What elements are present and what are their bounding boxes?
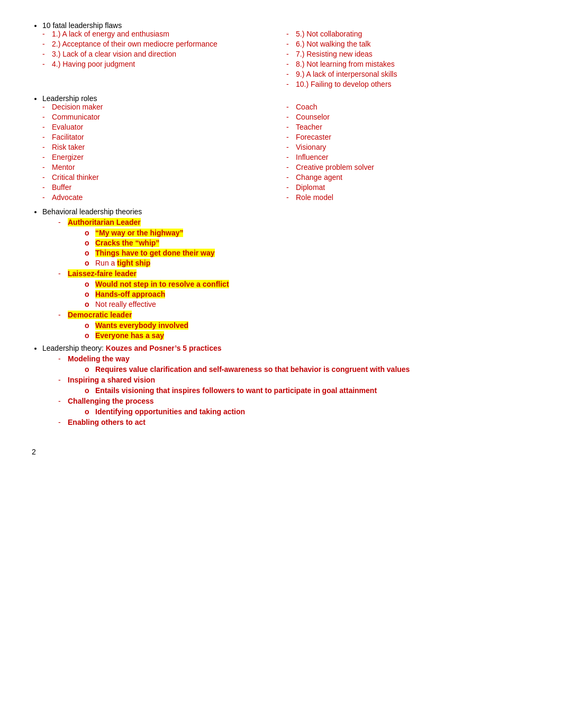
laissez-sub-list: o Would not step in to resolve a conflic… xyxy=(58,280,530,308)
list-item: - 2.) Acceptance of their own mediocre p… xyxy=(42,40,286,48)
item-text: Requires value clarification and self-aw… xyxy=(95,365,410,374)
item-text: Risk taker xyxy=(52,143,85,151)
item-text: Teacher xyxy=(296,123,322,131)
list-item: - Forecaster xyxy=(286,133,530,141)
list-item: - Communicator xyxy=(42,113,286,121)
practice-challenging-label: Challenging the process xyxy=(68,397,154,405)
fatal-flaws-section: 10 fatal leadership flaws - 1.) A lack o… xyxy=(42,21,530,90)
authoritarian-label: Authoritarian Leader xyxy=(68,218,141,226)
item-text: Energizer xyxy=(52,153,84,161)
dash-icon: - xyxy=(58,311,68,319)
dash-icon: - xyxy=(286,173,296,181)
list-item: - 9.) A lack of interpersonal skills xyxy=(286,70,530,78)
list-item: - Visionary xyxy=(286,143,530,151)
dash-icon: - xyxy=(286,123,296,131)
list-item: o Entails visioning that inspires follow… xyxy=(85,386,530,395)
main-list: 10 fatal leadership flaws - 1.) A lack o… xyxy=(32,21,530,426)
dash-icon: - xyxy=(286,163,296,171)
list-item: - 4.) Having poor judgment xyxy=(42,60,286,68)
list-item: - Coach xyxy=(286,103,530,111)
bullet-o-icon: o xyxy=(85,259,95,267)
list-item: o Would not step in to resolve a conflic… xyxy=(85,280,530,288)
dash-icon: - xyxy=(286,70,296,78)
list-item: - Decision maker xyxy=(42,103,286,111)
fatal-flaws-left-col: - 1.) A lack of energy and enthusiasm - … xyxy=(42,30,286,90)
item-text: 6.) Not walking the talk xyxy=(296,40,371,48)
leadership-roles-columns: - Decision maker - Communicator - Evalua… xyxy=(42,103,530,203)
challenging-sub-list: o Identifying opportunities and taking a… xyxy=(58,407,530,416)
list-item: o Everyone has a say xyxy=(85,331,530,340)
item-text: Buffer xyxy=(52,183,71,192)
practice-modeling-item: - Modeling the way xyxy=(58,354,530,363)
dash-icon: - xyxy=(42,123,52,131)
laissez-leader-item: - Laissez-faire leader xyxy=(58,269,530,278)
item-text: 1.) A lack of energy and enthusiasm xyxy=(52,30,169,38)
dash-icon: - xyxy=(286,143,296,151)
list-item: o Run a tight ship xyxy=(85,259,530,267)
item-text: 7.) Resisting new ideas xyxy=(296,50,373,58)
item-text: 5.) Not collaborating xyxy=(296,30,362,38)
dash-icon: - xyxy=(286,113,296,121)
dash-icon: - xyxy=(58,397,68,405)
behavioral-section: Behavioral leadership theories - Authori… xyxy=(42,207,530,340)
list-item: o Hands-off approach xyxy=(85,290,530,298)
authoritarian-leader-item: - Authoritarian Leader xyxy=(58,218,530,226)
list-item: - 3.) Lack of a clear vision and directi… xyxy=(42,50,286,58)
list-item: - Influencer xyxy=(286,153,530,161)
dash-icon: - xyxy=(58,218,68,226)
leadership-roles-title: Leadership roles xyxy=(42,94,97,103)
item-text: 10.) Failing to develop others xyxy=(296,80,392,88)
page-number: 2 xyxy=(32,448,530,456)
list-item: - Teacher xyxy=(286,123,530,131)
practice-challenging-item: - Challenging the process xyxy=(58,397,530,405)
item-text: Entails visioning that inspires follower… xyxy=(95,386,377,395)
bullet-o-icon: o xyxy=(85,331,95,340)
list-item: - Energizer xyxy=(42,153,286,161)
dash-icon: - xyxy=(286,30,296,38)
dash-icon: - xyxy=(286,40,296,48)
fatal-flaws-title: 10 fatal leadership flaws xyxy=(42,21,122,30)
dash-icon: - xyxy=(42,60,52,68)
dash-icon: - xyxy=(286,80,296,88)
practice-enabling-label: Enabling others to act xyxy=(68,418,146,426)
item-text: Role model xyxy=(296,193,333,202)
list-item: - Mentor xyxy=(42,163,286,171)
roles-right-col: - Coach - Counselor - Teacher - Forecast… xyxy=(286,103,530,203)
item-text: Would not step in to resolve a conflict xyxy=(95,280,229,288)
modeling-sub-list: o Requires value clarification and self-… xyxy=(58,365,530,374)
fatal-flaws-columns: - 1.) A lack of energy and enthusiasm - … xyxy=(42,30,530,90)
laissez-label: Laissez-faire leader xyxy=(68,269,137,278)
item-text: 4.) Having poor judgment xyxy=(52,60,135,68)
dash-icon: - xyxy=(42,30,52,38)
item-text: 2.) Acceptance of their own mediocre per… xyxy=(52,40,217,48)
dash-icon: - xyxy=(42,143,52,151)
list-item: - Change agent xyxy=(286,173,530,181)
fatal-flaws-right-col: - 5.) Not collaborating - 6.) Not walkin… xyxy=(286,30,530,90)
dash-icon: - xyxy=(42,133,52,141)
dash-icon: - xyxy=(58,418,68,426)
dash-icon: - xyxy=(286,153,296,161)
item-text: Things have to get done their way xyxy=(95,249,215,257)
item-text: Not really effective xyxy=(95,300,156,308)
list-item: - Counselor xyxy=(286,113,530,121)
dash-icon: - xyxy=(42,103,52,111)
list-item: o Requires value clarification and self-… xyxy=(85,365,530,374)
list-item: o “My way or the highway” xyxy=(85,229,530,237)
list-item: - Facilitator xyxy=(42,133,286,141)
bullet-o-icon: o xyxy=(85,249,95,257)
list-item: - Risk taker xyxy=(42,143,286,151)
authoritarian-sub-list: o “My way or the highway” o Cracks the “… xyxy=(58,229,530,267)
bullet-o-icon: o xyxy=(85,239,95,247)
item-text: Advocate xyxy=(52,193,83,202)
item-text: Visionary xyxy=(296,143,326,151)
list-item: - Evaluator xyxy=(42,123,286,131)
list-item: - 10.) Failing to develop others xyxy=(286,80,530,88)
roles-left-col: - Decision maker - Communicator - Evalua… xyxy=(42,103,286,203)
list-item: - 6.) Not walking the talk xyxy=(286,40,530,48)
item-text: Forecaster xyxy=(296,133,331,141)
list-item: o Things have to get done their way xyxy=(85,249,530,257)
list-item: - 7.) Resisting new ideas xyxy=(286,50,530,58)
list-item: o Identifying opportunities and taking a… xyxy=(85,407,530,416)
dash-icon: - xyxy=(42,113,52,121)
item-text: Counselor xyxy=(296,113,330,121)
